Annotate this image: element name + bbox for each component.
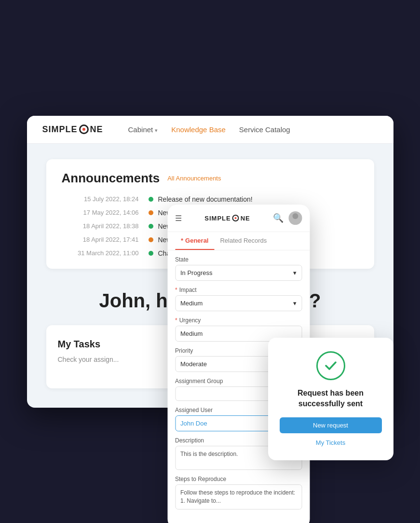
mobile-icons: 🔍 bbox=[273, 211, 302, 225]
announcement-dot-green-icon bbox=[149, 224, 153, 229]
tab-general[interactable]: *General bbox=[175, 232, 214, 250]
mobile-logo: SIMPLE NE bbox=[204, 215, 250, 222]
outer-wrapper: SIMPLE NE Cabinet Knowledge Base Service… bbox=[13, 25, 408, 498]
steps-label: Steps to Reproduce bbox=[175, 476, 302, 482]
all-announcements-link[interactable]: All Announcements bbox=[167, 175, 221, 182]
steps-field-group: Steps to Reproduce Follow these steps to… bbox=[175, 476, 302, 509]
announcement-dot-orange-icon bbox=[149, 237, 153, 242]
logo: SIMPLE NE bbox=[42, 124, 103, 135]
mobile-tabs: *General Related Records bbox=[167, 232, 310, 250]
nav-bar: SIMPLE NE Cabinet Knowledge Base Service… bbox=[27, 116, 393, 144]
announcement-dot-green-icon bbox=[149, 251, 153, 256]
hamburger-icon[interactable]: ☰ bbox=[175, 214, 182, 223]
success-title: Request has been successfully sent bbox=[280, 388, 382, 410]
announcement-date: 18 April 2022, 17:41 bbox=[62, 236, 149, 243]
logo-ring-icon bbox=[79, 124, 89, 134]
announcement-date: 15 July 2022, 18:24 bbox=[62, 195, 149, 203]
state-select[interactable]: In Progress ▾ bbox=[175, 265, 302, 281]
announcements-header: Announcements All Announcements bbox=[62, 171, 359, 186]
my-tickets-link[interactable]: My Tickets bbox=[316, 439, 345, 446]
announcement-dot-orange-icon bbox=[149, 210, 153, 215]
impact-field-group: * Impact Medium ▾ bbox=[175, 287, 302, 311]
cabinet-nav-item[interactable]: Cabinet bbox=[128, 125, 158, 134]
mobile-logo-before: SIMPLE bbox=[204, 215, 230, 222]
impact-label: * Impact bbox=[175, 287, 302, 293]
success-overlay: Request has been successfully sent New r… bbox=[268, 338, 393, 460]
nav-links: Cabinet Knowledge Base Service Catalog bbox=[128, 125, 290, 134]
announcement-text: Release of new documentation! bbox=[158, 195, 253, 203]
impact-select[interactable]: Medium ▾ bbox=[175, 295, 302, 311]
announcement-date: 17 May 2022, 14:06 bbox=[62, 209, 149, 216]
logo-text-before: SIMPLE bbox=[42, 124, 78, 135]
new-request-button[interactable]: New request bbox=[280, 417, 382, 433]
avatar[interactable] bbox=[288, 211, 302, 225]
steps-textarea[interactable]: Follow these steps to reproduce the inci… bbox=[175, 484, 302, 509]
state-field-group: State In Progress ▾ bbox=[175, 256, 302, 281]
urgency-label: * Urgency bbox=[175, 317, 302, 324]
announcement-date: 31 March 2022, 11:00 bbox=[62, 249, 149, 257]
knowledge-base-nav-item[interactable]: Knowledge Base bbox=[171, 125, 226, 134]
announcement-item: 15 July 2022, 18:24 Release of new docum… bbox=[62, 195, 359, 203]
logo-text-after: NE bbox=[90, 124, 103, 135]
service-catalog-nav-item[interactable]: Service Catalog bbox=[239, 125, 290, 134]
success-check-icon bbox=[316, 351, 345, 380]
svg-point-1 bbox=[290, 220, 300, 225]
svg-point-0 bbox=[292, 213, 298, 219]
announcements-title: Announcements bbox=[62, 171, 160, 186]
announcement-dot-green-icon bbox=[149, 197, 153, 202]
mobile-header: ☰ SIMPLE NE 🔍 bbox=[167, 205, 310, 232]
cabinet-chevron-icon bbox=[155, 125, 158, 134]
search-icon[interactable]: 🔍 bbox=[273, 213, 284, 223]
mobile-logo-ring-icon bbox=[232, 215, 239, 221]
state-label: State bbox=[175, 256, 302, 263]
tab-related-records[interactable]: Related Records bbox=[214, 232, 272, 250]
state-chevron-icon: ▾ bbox=[293, 269, 297, 276]
impact-chevron-icon: ▾ bbox=[293, 300, 297, 307]
mobile-logo-after: NE bbox=[241, 215, 250, 222]
announcement-date: 18 April 2022, 18:38 bbox=[62, 222, 149, 230]
